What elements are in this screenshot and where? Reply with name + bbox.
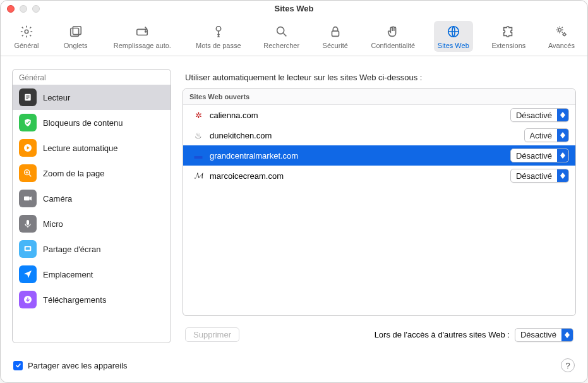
help-button[interactable]: ?	[561, 358, 575, 372]
toolbar-item-globe[interactable]: Sites Web	[434, 21, 473, 52]
sidebar-item-camera[interactable]: Caméra	[13, 186, 171, 211]
puzzle-icon	[500, 23, 517, 40]
screen-icon	[19, 240, 37, 258]
svg-point-4	[145, 31, 147, 32]
table-footer: Supprimer Lors de l'accès à d'autres sit…	[183, 321, 576, 343]
svg-rect-20	[26, 247, 30, 250]
svg-rect-1	[70, 28, 78, 37]
toolbar-item-hand[interactable]: Confidentialité	[367, 21, 419, 52]
search-icon	[273, 23, 290, 40]
sidebar-item-mic[interactable]: Micro	[13, 211, 171, 236]
shield-icon	[19, 114, 37, 131]
websites-table: Sites Web ouverts ✲calienna.comDésactivé…	[183, 88, 576, 316]
svg-point-0	[25, 30, 28, 33]
row-setting-popup[interactable]: Désactivé	[510, 108, 569, 122]
updown-icon	[557, 109, 568, 121]
svg-rect-12	[26, 95, 29, 96]
svg-rect-13	[26, 97, 29, 97]
sidebar-item-label: Bloqueurs de contenu	[43, 118, 123, 128]
checkbox-box	[13, 361, 23, 370]
toolbar-item-autofill[interactable]: Remplissage auto.	[107, 21, 177, 52]
sidebar-item-label: Caméra	[43, 194, 72, 204]
toolbar-label: Extensions	[491, 42, 525, 49]
favicon: 𝓜	[193, 171, 203, 181]
domain-label: marcoicecream.com	[210, 171, 504, 181]
reader-icon	[19, 88, 37, 106]
gear-icon	[18, 23, 35, 40]
other-sites-label: Lors de l'accès à d'autres sites Web :	[375, 330, 510, 339]
toolbar-label: Sites Web	[438, 42, 469, 49]
preferences-toolbar: GénéralOngletsRemplissage auto.Mots de p…	[1, 17, 587, 56]
domain-label: dunekitchen.com	[210, 131, 518, 140]
sidebar-item-zoom[interactable]: Zoom de la page	[13, 161, 171, 186]
sidebar: Général LecteurBloqueurs de contenuLectu…	[12, 69, 171, 343]
sidebar-item-download[interactable]: Téléchargements	[13, 287, 171, 312]
row-setting-value: Désactivé	[511, 151, 557, 161]
sidebar-item-label: Lecteur	[43, 93, 70, 102]
toolbar-item-key[interactable]: Mots de passe	[192, 21, 245, 52]
toolbar-label: Confidentialité	[371, 42, 415, 49]
toolbar-label: Avancés	[548, 42, 575, 49]
download-icon	[19, 291, 37, 308]
row-setting-popup[interactable]: Activé	[524, 128, 569, 142]
toolbar-item-gears[interactable]: Avancés	[544, 21, 579, 52]
sidebar-list: LecteurBloqueurs de contenuLecture autom…	[13, 85, 171, 343]
location-icon	[19, 265, 37, 283]
sidebar-item-reader[interactable]: Lecteur	[13, 85, 171, 110]
svg-rect-7	[332, 31, 339, 36]
svg-rect-17	[24, 197, 30, 201]
svg-point-10	[563, 33, 566, 36]
toolbar-item-lock[interactable]: Sécurité	[318, 21, 352, 52]
hand-icon	[385, 23, 401, 40]
toolbar-item-gear[interactable]: Général	[9, 21, 44, 52]
sidebar-item-label: Lecture automatique	[43, 143, 118, 153]
other-sites-popup[interactable]: Désactivé	[515, 328, 573, 342]
share-devices-checkbox[interactable]: Partager avec les appareils	[13, 361, 128, 370]
svg-point-5	[216, 27, 220, 31]
updown-icon	[557, 169, 568, 182]
globe-icon	[445, 23, 462, 40]
sidebar-item-label: Micro	[43, 219, 63, 229]
row-setting-popup[interactable]: Désactivé	[510, 149, 569, 162]
toolbar-item-search[interactable]: Rechercher	[260, 21, 303, 52]
play-icon	[19, 139, 37, 157]
sidebar-item-play[interactable]: Lecture automatique	[13, 135, 171, 161]
row-setting-value: Désactivé	[511, 171, 557, 181]
favicon: ♨	[193, 130, 203, 140]
share-devices-label: Partager avec les appareils	[28, 361, 128, 370]
row-setting-popup[interactable]: Désactivé	[510, 169, 569, 183]
table-row[interactable]: ♨dunekitchen.comActivé	[183, 125, 575, 145]
tabs-icon	[68, 23, 84, 40]
toolbar-label: Remplissage auto.	[114, 42, 171, 49]
table-rows: ✲calienna.comDésactivé♨dunekitchen.comAc…	[183, 105, 575, 315]
domain-label: calienna.com	[210, 111, 504, 120]
window-title: Sites Web	[1, 4, 587, 13]
toolbar-item-tabs[interactable]: Onglets	[59, 21, 93, 52]
camera-icon	[19, 190, 37, 207]
key-icon	[210, 23, 227, 40]
toolbar-item-puzzle[interactable]: Extensions	[488, 21, 529, 52]
sidebar-item-label: Emplacement	[43, 270, 93, 279]
svg-rect-14	[26, 98, 28, 99]
preferences-window: Sites Web GénéralOngletsRemplissage auto…	[0, 0, 588, 383]
table-row[interactable]: ✲calienna.comDésactivé	[183, 105, 575, 125]
svg-point-6	[277, 27, 284, 34]
zoom-icon	[19, 164, 37, 182]
svg-rect-18	[27, 220, 29, 225]
svg-rect-2	[73, 27, 81, 35]
delete-button[interactable]: Supprimer	[185, 327, 239, 342]
sidebar-item-screen[interactable]: Partage d'écran	[13, 236, 171, 262]
updown-icon	[561, 329, 573, 341]
toolbar-label: Mots de passe	[196, 42, 241, 49]
table-row[interactable]: ▬grandcentralmarket.comDésactivé	[183, 145, 575, 166]
titlebar: Sites Web	[1, 1, 587, 17]
svg-point-9	[558, 28, 561, 32]
pane-description: Utiliser automatiquement le lecteur sur …	[183, 69, 576, 83]
window-footer: Partager avec les appareils ?	[1, 352, 587, 382]
table-row[interactable]: 𝓜marcoicecream.comDésactivé	[183, 166, 575, 186]
sidebar-item-location[interactable]: Emplacement	[13, 262, 171, 287]
mic-icon	[19, 215, 37, 233]
sidebar-item-shield[interactable]: Bloqueurs de contenu	[13, 110, 171, 135]
sidebar-item-label: Partage d'écran	[43, 245, 100, 254]
content-area: Général LecteurBloqueurs de contenuLectu…	[1, 56, 587, 352]
